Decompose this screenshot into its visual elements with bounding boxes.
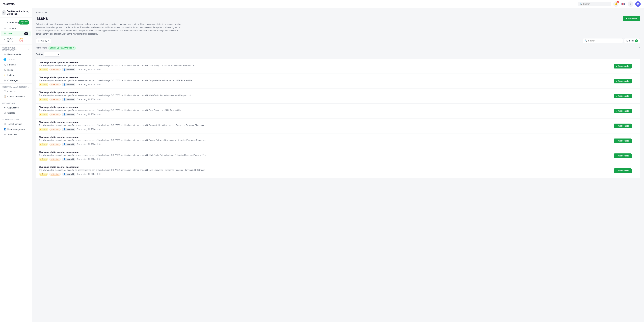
sidebar-item-tenant[interactable]: ⊞ Tenant settings — [1, 121, 31, 126]
work-on-slot-button[interactable]: ✓ Work on slot — [614, 79, 632, 83]
more-actions-button[interactable]: ⋮ — [633, 153, 637, 158]
sidebar-item-control-objectives[interactable]: 📋 Control Objectives — [1, 94, 31, 99]
active-filters-label: Active filters — [36, 47, 47, 49]
page-description: Below, the interface allows you to defin… — [36, 23, 187, 36]
task-title: Challenge slot is open for assessment — [39, 76, 612, 79]
task-meta: ● Open ↑ Medium 👤 vucavoid Due at: Aug 3… — [39, 173, 612, 176]
search-input[interactable] — [583, 3, 609, 5]
breadcrumb-tasks[interactable]: Tasks — [36, 12, 41, 14]
sidebar-item-incidents[interactable]: ⚡ Incidents — [1, 73, 31, 78]
checkmark-icon: ✓ — [616, 140, 618, 142]
notifications-button[interactable]: 🔔 60 — [613, 1, 618, 7]
sidebar-item-challenges[interactable]: ◎ Challenges — [1, 78, 31, 83]
sidebar-item-tasks[interactable]: ☰ Tasks 14 — [1, 31, 31, 36]
filter-button[interactable]: ⊟ Filter 1 — [624, 38, 640, 43]
task-meta: ● Open ↑ Medium 👤 vucavoid Due at: Aug 3… — [39, 98, 612, 101]
task-row: Challenge slot is open for assessment Th… — [36, 163, 640, 178]
language-selector[interactable] — [620, 1, 626, 7]
more-actions-button[interactable]: ⋮ — [633, 64, 637, 69]
more-actions-button[interactable]: ⋮ — [633, 94, 637, 99]
work-on-slot-button[interactable]: ✓ Work on slot — [614, 139, 632, 143]
layout: S SaaS Superstructures Group, Inc. ▾ ○ O… — [0, 8, 644, 322]
task-content: Challenge slot is open for assessment Th… — [39, 151, 612, 161]
sidebar-item-findings[interactable]: △ Findings — [1, 62, 31, 67]
sidebar-item-controls[interactable]: 🛡 Controls — [1, 89, 31, 94]
checkmark-icon: ✓ — [616, 110, 618, 112]
open-dot: ● — [40, 143, 42, 145]
task-content: Challenge slot is open for assessment Th… — [39, 76, 612, 86]
user-icon: 👤 — [64, 98, 66, 101]
section-label: Compliance Management — [2, 47, 28, 51]
chevron-up-icon: ▴ — [28, 102, 29, 104]
avatar[interactable]: U — [635, 1, 641, 7]
task-content: Challenge slot is open for assessment Th… — [39, 166, 612, 176]
sidebar-item-onboarding[interactable]: ○ Onboarding Complete now — [1, 19, 31, 26]
work-on-slot-button[interactable]: ✓ Work on slot — [614, 153, 632, 158]
topnav-actions: 🔍 🔔 60 + U — [578, 1, 641, 7]
checkmark-icon: ✓ — [616, 95, 618, 97]
assignee-tag: 👤 vucavoid — [62, 113, 75, 116]
divider — [0, 83, 32, 84]
work-on-slot-button[interactable]: ✓ Work on slot — [614, 168, 632, 173]
task-description: The following two elements are open for … — [39, 154, 206, 156]
sidebar-item-requirements[interactable]: ⚖ Requirements — [1, 52, 31, 57]
task-row: Challenge slot is open for assessment Th… — [36, 104, 640, 119]
status-tag: ● Open — [39, 83, 48, 86]
sidebar-item-capabilities[interactable]: ✦ Capabilities — [1, 105, 31, 110]
sort-select[interactable]: - Due date Priority Status — [44, 52, 60, 57]
more-actions-button[interactable]: ⋮ — [633, 123, 637, 128]
control-objectives-icon: 📋 — [3, 95, 6, 98]
comment-count: 👁 0 — [97, 158, 100, 160]
sidebar-item-hub[interactable]: ⊙ The Hub — [1, 26, 31, 31]
more-actions-button[interactable]: ⋮ — [633, 108, 637, 114]
chevron-up-icon: ▴ — [28, 119, 29, 121]
close-all-filters[interactable]: × — [638, 46, 640, 49]
sidebar-item-label: User Management — [8, 128, 25, 130]
work-on-slot-button[interactable]: ✓ Work on slot — [614, 109, 632, 113]
findings-icon: △ — [3, 63, 6, 66]
open-dot: ● — [40, 98, 42, 100]
section-control[interactable]: Control Management ▴ — [0, 84, 32, 89]
sort-label: Sort by — [36, 53, 43, 55]
work-on-slot-button[interactable]: ✓ Work on slot — [614, 64, 632, 69]
task-meta: ● Open ↑ Medium 👤 vucavoid Due at: Aug 3… — [39, 113, 612, 116]
group-by-button[interactable]: Group by ▾ — [36, 38, 51, 43]
sidebar-item-structures[interactable]: ⊟ Structures — [1, 132, 31, 137]
user-icon: 👤 — [64, 158, 66, 160]
priority-icon: ↑ — [51, 128, 52, 130]
priority-tag: ↑ Medium — [50, 68, 61, 71]
task-search-input[interactable] — [588, 40, 621, 42]
onboarding-icon: ○ — [3, 21, 6, 24]
checkmark-icon: ✓ — [616, 80, 618, 82]
work-on-slot-button[interactable]: ✓ Work on slot — [614, 124, 632, 128]
sidebar-item-users[interactable]: 👤 User Management — [1, 127, 31, 132]
task-actions: ✓ Work on slot ⋮ — [614, 138, 637, 143]
sidebar-item-threats[interactable]: 🌐 Threats — [1, 57, 31, 62]
sidebar-item-objects[interactable]: ⊟ Objects — [1, 110, 31, 115]
priority-icon: ↑ — [51, 143, 52, 145]
priority-icon: ↑ — [51, 113, 52, 115]
comment-count: 👁 0 — [97, 113, 100, 116]
eye-icon: 👁 — [97, 113, 99, 116]
filter-tag-close[interactable]: × — [72, 47, 74, 49]
chevron-down-icon: ▾ — [28, 12, 29, 14]
more-actions-button[interactable]: ⋮ — [633, 79, 637, 84]
section-admin[interactable]: Administration ▴ — [0, 117, 32, 121]
sidebar-item-vuca[interactable]: ◇ VUCA Score 35% | 34% — [1, 36, 31, 44]
work-on-slot-button[interactable]: ✓ Work on slot — [614, 94, 632, 98]
section-meta[interactable]: Meta Model ▴ — [0, 101, 32, 105]
task-search[interactable]: 🔍 — [582, 38, 623, 43]
more-actions-button[interactable]: ⋮ — [633, 138, 637, 143]
sidebar-item-label: Structures — [8, 133, 17, 136]
sidebar-item-risks[interactable]: ⚠ Risks — [1, 67, 31, 72]
section-compliance[interactable]: Compliance Management ▴ — [0, 45, 32, 52]
assignee-tag: 👤 vucavoid — [62, 98, 75, 101]
new-task-button[interactable]: ⊕ New task — [623, 16, 640, 21]
global-search[interactable]: 🔍 — [578, 2, 611, 6]
org-selector[interactable]: S SaaS Superstructures Group, Inc. ▾ — [0, 8, 32, 18]
filter-icon: ⊟ — [626, 40, 628, 42]
more-actions-button[interactable]: ⋮ — [633, 168, 637, 173]
add-button[interactable]: + — [628, 1, 633, 7]
chevron-down-icon: ▾ — [48, 40, 49, 42]
status-filter-tag[interactable]: Status: Open & Overdue × — [48, 46, 76, 50]
